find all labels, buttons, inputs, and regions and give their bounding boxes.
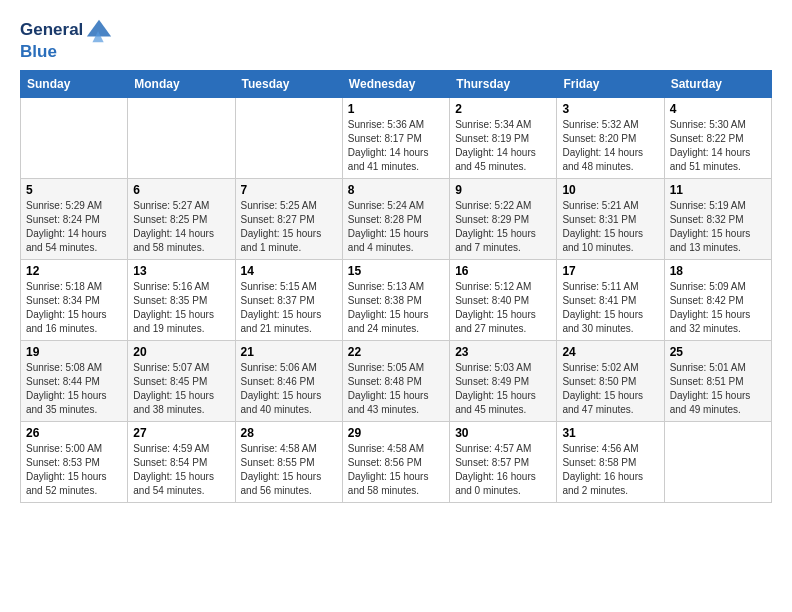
day-info: Sunrise: 5:02 AM Sunset: 8:50 PM Dayligh… (562, 361, 658, 417)
day-info: Sunrise: 5:25 AM Sunset: 8:27 PM Dayligh… (241, 199, 337, 255)
day-number: 29 (348, 426, 444, 440)
day-info: Sunrise: 5:06 AM Sunset: 8:46 PM Dayligh… (241, 361, 337, 417)
day-info: Sunrise: 5:30 AM Sunset: 8:22 PM Dayligh… (670, 118, 766, 174)
calendar-cell: 22Sunrise: 5:05 AM Sunset: 8:48 PM Dayli… (342, 341, 449, 422)
calendar-cell: 4Sunrise: 5:30 AM Sunset: 8:22 PM Daylig… (664, 98, 771, 179)
day-number: 23 (455, 345, 551, 359)
day-info: Sunrise: 5:18 AM Sunset: 8:34 PM Dayligh… (26, 280, 122, 336)
day-number: 1 (348, 102, 444, 116)
calendar-cell: 28Sunrise: 4:58 AM Sunset: 8:55 PM Dayli… (235, 422, 342, 503)
day-header-wednesday: Wednesday (342, 71, 449, 98)
day-info: Sunrise: 4:57 AM Sunset: 8:57 PM Dayligh… (455, 442, 551, 498)
calendar-cell: 16Sunrise: 5:12 AM Sunset: 8:40 PM Dayli… (450, 260, 557, 341)
calendar-cell: 1Sunrise: 5:36 AM Sunset: 8:17 PM Daylig… (342, 98, 449, 179)
day-header-saturday: Saturday (664, 71, 771, 98)
calendar-cell (664, 422, 771, 503)
day-info: Sunrise: 4:58 AM Sunset: 8:55 PM Dayligh… (241, 442, 337, 498)
day-number: 21 (241, 345, 337, 359)
day-number: 6 (133, 183, 229, 197)
day-info: Sunrise: 5:07 AM Sunset: 8:45 PM Dayligh… (133, 361, 229, 417)
calendar-cell (21, 98, 128, 179)
day-number: 25 (670, 345, 766, 359)
calendar-cell: 2Sunrise: 5:34 AM Sunset: 8:19 PM Daylig… (450, 98, 557, 179)
calendar-cell: 21Sunrise: 5:06 AM Sunset: 8:46 PM Dayli… (235, 341, 342, 422)
page-header: General Blue (20, 16, 772, 62)
day-number: 8 (348, 183, 444, 197)
day-number: 10 (562, 183, 658, 197)
day-header-thursday: Thursday (450, 71, 557, 98)
calendar-cell: 23Sunrise: 5:03 AM Sunset: 8:49 PM Dayli… (450, 341, 557, 422)
day-number: 30 (455, 426, 551, 440)
day-info: Sunrise: 5:09 AM Sunset: 8:42 PM Dayligh… (670, 280, 766, 336)
calendar-cell: 31Sunrise: 4:56 AM Sunset: 8:58 PM Dayli… (557, 422, 664, 503)
calendar-body: 1Sunrise: 5:36 AM Sunset: 8:17 PM Daylig… (21, 98, 772, 503)
calendar-cell: 3Sunrise: 5:32 AM Sunset: 8:20 PM Daylig… (557, 98, 664, 179)
day-info: Sunrise: 5:01 AM Sunset: 8:51 PM Dayligh… (670, 361, 766, 417)
day-info: Sunrise: 5:19 AM Sunset: 8:32 PM Dayligh… (670, 199, 766, 255)
day-number: 14 (241, 264, 337, 278)
calendar-cell: 10Sunrise: 5:21 AM Sunset: 8:31 PM Dayli… (557, 179, 664, 260)
day-info: Sunrise: 5:16 AM Sunset: 8:35 PM Dayligh… (133, 280, 229, 336)
calendar-cell: 12Sunrise: 5:18 AM Sunset: 8:34 PM Dayli… (21, 260, 128, 341)
calendar-cell: 14Sunrise: 5:15 AM Sunset: 8:37 PM Dayli… (235, 260, 342, 341)
day-info: Sunrise: 5:24 AM Sunset: 8:28 PM Dayligh… (348, 199, 444, 255)
day-info: Sunrise: 5:08 AM Sunset: 8:44 PM Dayligh… (26, 361, 122, 417)
logo-text: General (20, 20, 83, 40)
day-number: 15 (348, 264, 444, 278)
day-number: 13 (133, 264, 229, 278)
calendar-cell: 9Sunrise: 5:22 AM Sunset: 8:29 PM Daylig… (450, 179, 557, 260)
logo: General Blue (20, 16, 113, 62)
day-info: Sunrise: 5:29 AM Sunset: 8:24 PM Dayligh… (26, 199, 122, 255)
logo-icon (85, 16, 113, 44)
day-number: 28 (241, 426, 337, 440)
day-header-friday: Friday (557, 71, 664, 98)
day-number: 9 (455, 183, 551, 197)
day-header-tuesday: Tuesday (235, 71, 342, 98)
day-number: 7 (241, 183, 337, 197)
day-info: Sunrise: 5:00 AM Sunset: 8:53 PM Dayligh… (26, 442, 122, 498)
logo-blue: Blue (20, 42, 113, 62)
calendar-cell: 7Sunrise: 5:25 AM Sunset: 8:27 PM Daylig… (235, 179, 342, 260)
day-number: 19 (26, 345, 122, 359)
day-number: 2 (455, 102, 551, 116)
calendar-cell: 6Sunrise: 5:27 AM Sunset: 8:25 PM Daylig… (128, 179, 235, 260)
day-info: Sunrise: 5:11 AM Sunset: 8:41 PM Dayligh… (562, 280, 658, 336)
day-number: 16 (455, 264, 551, 278)
week-row-4: 19Sunrise: 5:08 AM Sunset: 8:44 PM Dayli… (21, 341, 772, 422)
day-info: Sunrise: 5:13 AM Sunset: 8:38 PM Dayligh… (348, 280, 444, 336)
calendar-cell: 25Sunrise: 5:01 AM Sunset: 8:51 PM Dayli… (664, 341, 771, 422)
day-info: Sunrise: 5:15 AM Sunset: 8:37 PM Dayligh… (241, 280, 337, 336)
day-info: Sunrise: 5:27 AM Sunset: 8:25 PM Dayligh… (133, 199, 229, 255)
week-row-3: 12Sunrise: 5:18 AM Sunset: 8:34 PM Dayli… (21, 260, 772, 341)
day-info: Sunrise: 5:36 AM Sunset: 8:17 PM Dayligh… (348, 118, 444, 174)
day-number: 17 (562, 264, 658, 278)
day-number: 20 (133, 345, 229, 359)
calendar-cell: 27Sunrise: 4:59 AM Sunset: 8:54 PM Dayli… (128, 422, 235, 503)
calendar-cell: 13Sunrise: 5:16 AM Sunset: 8:35 PM Dayli… (128, 260, 235, 341)
calendar-cell: 24Sunrise: 5:02 AM Sunset: 8:50 PM Dayli… (557, 341, 664, 422)
week-row-1: 1Sunrise: 5:36 AM Sunset: 8:17 PM Daylig… (21, 98, 772, 179)
calendar-cell: 18Sunrise: 5:09 AM Sunset: 8:42 PM Dayli… (664, 260, 771, 341)
calendar-cell (128, 98, 235, 179)
day-number: 4 (670, 102, 766, 116)
day-info: Sunrise: 5:34 AM Sunset: 8:19 PM Dayligh… (455, 118, 551, 174)
day-number: 5 (26, 183, 122, 197)
calendar-cell: 19Sunrise: 5:08 AM Sunset: 8:44 PM Dayli… (21, 341, 128, 422)
calendar-table: SundayMondayTuesdayWednesdayThursdayFrid… (20, 70, 772, 503)
day-number: 31 (562, 426, 658, 440)
day-info: Sunrise: 5:03 AM Sunset: 8:49 PM Dayligh… (455, 361, 551, 417)
day-info: Sunrise: 4:59 AM Sunset: 8:54 PM Dayligh… (133, 442, 229, 498)
calendar-cell: 29Sunrise: 4:58 AM Sunset: 8:56 PM Dayli… (342, 422, 449, 503)
calendar-cell (235, 98, 342, 179)
calendar-cell: 20Sunrise: 5:07 AM Sunset: 8:45 PM Dayli… (128, 341, 235, 422)
day-header-monday: Monday (128, 71, 235, 98)
day-info: Sunrise: 5:05 AM Sunset: 8:48 PM Dayligh… (348, 361, 444, 417)
calendar-cell: 26Sunrise: 5:00 AM Sunset: 8:53 PM Dayli… (21, 422, 128, 503)
day-number: 26 (26, 426, 122, 440)
calendar-cell: 8Sunrise: 5:24 AM Sunset: 8:28 PM Daylig… (342, 179, 449, 260)
day-number: 3 (562, 102, 658, 116)
week-row-5: 26Sunrise: 5:00 AM Sunset: 8:53 PM Dayli… (21, 422, 772, 503)
day-info: Sunrise: 5:12 AM Sunset: 8:40 PM Dayligh… (455, 280, 551, 336)
day-header-row: SundayMondayTuesdayWednesdayThursdayFrid… (21, 71, 772, 98)
day-info: Sunrise: 4:58 AM Sunset: 8:56 PM Dayligh… (348, 442, 444, 498)
